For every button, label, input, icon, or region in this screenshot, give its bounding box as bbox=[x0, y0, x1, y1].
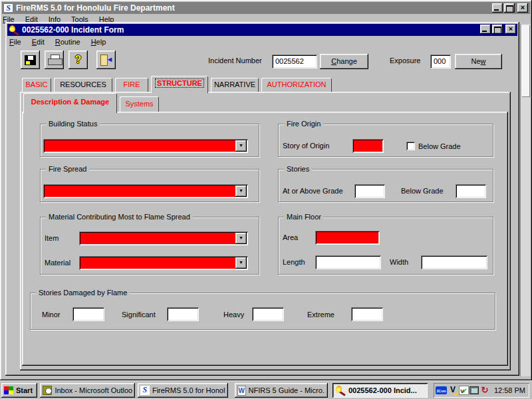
fire-spread-combobox[interactable]: ▼ bbox=[43, 184, 248, 198]
heavy-label: Heavy bbox=[223, 311, 244, 319]
building-status-combobox[interactable]: ▼ bbox=[43, 139, 248, 153]
main-floor-title: Main Floor bbox=[284, 213, 324, 221]
minor-field[interactable] bbox=[72, 307, 104, 321]
save-button[interactable] bbox=[21, 51, 40, 69]
incident-number-field[interactable]: 0025562 bbox=[272, 55, 317, 68]
firerms-icon: S bbox=[140, 386, 150, 395]
tab-structure-label: STRUCTURE bbox=[156, 79, 203, 87]
item-combobox[interactable]: ▼ bbox=[79, 231, 248, 245]
form-menu-edit[interactable]: Edit bbox=[32, 37, 50, 49]
subtab-systems[interactable]: Systems bbox=[120, 96, 159, 112]
material-combobox[interactable]: ▼ bbox=[79, 256, 248, 270]
width-field[interactable] bbox=[421, 255, 487, 269]
dropdown-arrow-icon[interactable]: ▼ bbox=[235, 186, 247, 197]
fire-spread-group: Fire Spread ▼ bbox=[40, 169, 259, 202]
taskbar-button-incident-form[interactable]: 0025562-000 Incid... bbox=[332, 383, 428, 398]
stories-group: Stories At or Above Grade Below Grade bbox=[278, 169, 493, 202]
at-or-above-grade-field[interactable] bbox=[354, 184, 385, 198]
building-status-title: Building Status bbox=[46, 120, 100, 128]
heavy-field[interactable] bbox=[252, 307, 284, 321]
area-field[interactable] bbox=[315, 231, 380, 245]
tab-authorization[interactable]: AUTHORIZATION bbox=[261, 78, 332, 92]
form-menu-routine[interactable]: Routine bbox=[55, 37, 86, 49]
taskbar-button-outlook[interactable]: Inbox - Microsoft Outlook bbox=[40, 383, 135, 398]
windows-logo-icon bbox=[4, 386, 13, 394]
main-titlebar[interactable]: S FireRMS 5.0 for Honolulu Fire Departme… bbox=[2, 2, 530, 14]
help-button[interactable]: ? bbox=[68, 51, 88, 69]
tab-structure[interactable]: STRUCTURE bbox=[151, 76, 208, 93]
form-minimize-button[interactable] bbox=[480, 25, 491, 34]
form-menu-file[interactable]: File bbox=[9, 37, 27, 49]
print-icon bbox=[48, 55, 61, 65]
fire-origin-title: Fire Origin bbox=[284, 120, 323, 128]
vshield-tray-icon[interactable]: V bbox=[448, 385, 458, 396]
main-minimize-button[interactable] bbox=[492, 3, 503, 13]
system-tray: 3Com V V✓ ↻ 12:58 PM bbox=[434, 383, 529, 398]
main-window-title: FireRMS 5.0 for Honolulu Fire Department bbox=[16, 3, 175, 13]
exposure-label: Exposure bbox=[390, 57, 420, 65]
exit-door-icon: ◄ bbox=[100, 55, 113, 65]
main-maximize-button[interactable] bbox=[504, 3, 515, 13]
word-icon: W bbox=[237, 386, 246, 396]
sync-tray-icon[interactable]: ↻ bbox=[479, 385, 490, 396]
incident-form-icon bbox=[9, 25, 19, 35]
tab-basic[interactable]: BASIC bbox=[22, 78, 51, 92]
incident-form-title: 0025562-000 Incident Form bbox=[22, 25, 124, 35]
taskbar-button-nfirs-guide[interactable]: W NFIRS 5 Guide - Micro... bbox=[235, 383, 328, 398]
width-label: Width bbox=[390, 258, 408, 266]
start-button[interactable]: Start bbox=[1, 383, 37, 398]
extreme-field[interactable] bbox=[351, 307, 383, 321]
subtab-description-damage[interactable]: Description & Damage bbox=[23, 93, 117, 113]
mdi-scrollbar[interactable] bbox=[520, 24, 531, 376]
at-or-above-grade-label: At or Above Grade bbox=[283, 187, 343, 195]
change-button[interactable]: Change bbox=[320, 54, 368, 69]
print-button[interactable] bbox=[45, 51, 64, 69]
help-icon: ? bbox=[75, 54, 82, 66]
tab-narrative[interactable]: NARRATIVE bbox=[211, 78, 259, 92]
significant-field[interactable] bbox=[167, 307, 199, 321]
firerms-app-icon: S bbox=[3, 3, 13, 13]
new-button[interactable]: New bbox=[455, 54, 502, 69]
length-field[interactable] bbox=[315, 255, 381, 269]
tab-resources[interactable]: RESOURCES bbox=[54, 78, 112, 92]
taskbar-button-label: 0025562-000 Incid... bbox=[348, 386, 417, 394]
clock[interactable]: 12:58 PM bbox=[494, 386, 525, 394]
main-close-button[interactable]: × bbox=[517, 3, 528, 13]
form-menu-help[interactable]: Help bbox=[91, 37, 112, 49]
material-label: Material bbox=[45, 259, 70, 267]
dropdown-arrow-icon[interactable]: ▼ bbox=[235, 257, 247, 269]
3com-tray-icon[interactable]: 3Com bbox=[436, 386, 447, 394]
significant-label: Significant bbox=[122, 311, 156, 319]
form-close-button[interactable]: × bbox=[505, 25, 516, 34]
exit-button[interactable]: ◄ bbox=[96, 51, 116, 69]
tab-fire[interactable]: FIRE bbox=[115, 78, 148, 92]
story-of-origin-field[interactable] bbox=[352, 139, 384, 153]
below-grade-checkbox-label: Below Grade bbox=[418, 142, 461, 150]
fire-spread-title: Fire Spread bbox=[46, 165, 89, 173]
display-tray-icon[interactable] bbox=[469, 386, 479, 394]
form-maximize-button[interactable] bbox=[492, 25, 503, 34]
stories-damaged-group: Stories Damaged by Flame Minor Significa… bbox=[30, 293, 495, 330]
incident-form-titlebar[interactable]: 0025562-000 Incident Form bbox=[7, 24, 517, 36]
extreme-label: Extreme bbox=[307, 311, 334, 319]
incident-form-window: 0025562-000 Incident Form × File Edit Ro… bbox=[5, 22, 519, 376]
main-floor-group: Main Floor Area Length Width bbox=[278, 217, 493, 275]
stories-below-grade-field[interactable] bbox=[456, 184, 486, 198]
dropdown-arrow-icon[interactable]: ▼ bbox=[235, 140, 247, 152]
mdi-scrollbar-thumb[interactable] bbox=[522, 25, 530, 97]
virusscan-tray-icon[interactable]: V✓ bbox=[459, 386, 469, 395]
dropdown-arrow-icon[interactable]: ▼ bbox=[235, 233, 247, 244]
material-group: Material Contributing Most to Flame Spre… bbox=[40, 217, 259, 275]
start-label: Start bbox=[16, 386, 33, 394]
flame-icon bbox=[335, 386, 346, 396]
stories-title: Stories bbox=[284, 165, 312, 173]
minor-label: Minor bbox=[42, 311, 61, 319]
taskbar-button-firerms[interactable]: S FireRMS 5.0 for Honol... bbox=[138, 383, 228, 398]
desktop: S FireRMS 5.0 for Honolulu Fire Departme… bbox=[0, 0, 532, 399]
fire-origin-group: Fire Origin Story of Origin Below Grade bbox=[278, 124, 493, 157]
building-status-group: Building Status ▼ bbox=[40, 124, 259, 157]
save-icon bbox=[25, 55, 36, 65]
taskbar-button-label: FireRMS 5.0 for Honol... bbox=[152, 386, 225, 394]
below-grade-checkbox[interactable] bbox=[406, 142, 415, 150]
exposure-field[interactable]: 000 bbox=[430, 55, 451, 68]
